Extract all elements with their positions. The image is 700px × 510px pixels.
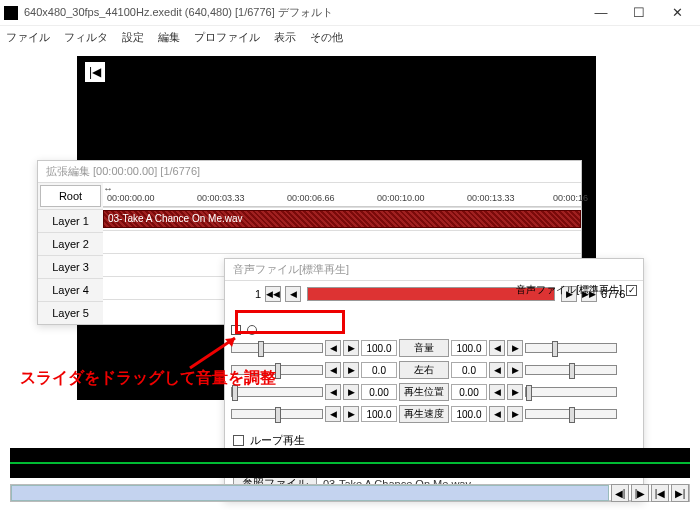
prop-label-volume[interactable]: 音量 [399, 339, 449, 357]
volume-slider-right[interactable] [525, 343, 617, 353]
current-frame: 1 [231, 288, 261, 300]
go-start-button[interactable]: |◀ [85, 62, 105, 82]
dec-button[interactable]: ◀ [489, 362, 505, 378]
root-button[interactable]: Root [40, 185, 101, 207]
inc-button[interactable]: ▶ [507, 406, 523, 422]
ruler-tick: 00:00:06.66 [287, 193, 335, 203]
speed-value-left[interactable]: 100.0 [361, 406, 397, 422]
dec-button[interactable]: ◀ [325, 406, 341, 422]
pan-value-right[interactable]: 0.0 [451, 362, 487, 378]
section-header: 音声ファイル[標準再生] ✓ [516, 283, 637, 297]
layer-label[interactable]: Layer 3 [38, 255, 103, 278]
timeline-ruler[interactable]: ↔ 00:00:00.00 00:00:03.33 00:00:06.66 00… [103, 183, 581, 207]
pos-value-left[interactable]: 0.00 [361, 384, 397, 400]
seek-start-button[interactable]: ◀◀ [265, 286, 281, 302]
speed-slider-right[interactable] [525, 409, 617, 419]
app-icon [4, 6, 18, 20]
go-end-button[interactable]: ▶| [671, 484, 689, 502]
inc-button[interactable]: ▶ [343, 362, 359, 378]
speed-slider-left[interactable] [231, 409, 323, 419]
waveform-strip[interactable] [10, 448, 690, 478]
section-enable-checkbox[interactable]: ✓ [626, 285, 637, 296]
minimize-button[interactable]: — [582, 0, 620, 26]
layer-label[interactable]: Layer 4 [38, 278, 103, 301]
layer-label[interactable]: Layer 2 [38, 232, 103, 255]
dec-button[interactable]: ◀ [325, 384, 341, 400]
pos-value-right[interactable]: 0.00 [451, 384, 487, 400]
dec-button[interactable]: ◀ [489, 406, 505, 422]
seek-prev-button[interactable]: ◀ [285, 286, 301, 302]
inc-button[interactable]: ▶ [343, 406, 359, 422]
inc-button[interactable]: ▶ [343, 340, 359, 356]
speed-value-right[interactable]: 100.0 [451, 406, 487, 422]
window-title: 640x480_30fps_44100Hz.exedit (640,480) [… [24, 5, 582, 20]
inc-button[interactable]: ▶ [343, 384, 359, 400]
pan-slider-right[interactable] [525, 365, 617, 375]
inc-button[interactable]: ▶ [507, 362, 523, 378]
ruler-tick: 00:00:03.33 [197, 193, 245, 203]
audio-clip[interactable]: 03-Take A Chance On Me.wav [103, 210, 581, 228]
inc-button[interactable]: ▶ [507, 384, 523, 400]
ruler-tick: 00:00:10.00 [377, 193, 425, 203]
menubar: ファイル フィルタ 設定 編集 プロファイル 表示 その他 [0, 26, 700, 48]
volume-value-left[interactable]: 100.0 [361, 340, 397, 356]
prop-row-volume: ◀ ▶ 100.0 音量 100.0 ◀ ▶ [231, 337, 637, 359]
pan-value-left[interactable]: 0.0 [361, 362, 397, 378]
prop-row-pos: ◀ ▶ 0.00 再生位置 0.00 ◀ ▶ [231, 381, 637, 403]
audio-panel-title[interactable]: 音声ファイル[標準再生] [225, 259, 643, 281]
dec-button[interactable]: ◀ [325, 340, 341, 356]
scrollbar[interactable] [11, 485, 609, 501]
menu-filter[interactable]: フィルタ [64, 30, 108, 45]
track-row[interactable]: 03-Take A Chance On Me.wav [103, 207, 581, 230]
bottom-area: ◀| |▶ |◀ ▶| [10, 448, 690, 502]
dec-button[interactable]: ◀ [489, 384, 505, 400]
track-row[interactable] [103, 230, 581, 253]
annotation-text: スライダをドラッグして音量を調整 [20, 368, 276, 389]
prop-label-speed[interactable]: 再生速度 [399, 405, 449, 423]
go-start-button[interactable]: |◀ [651, 484, 669, 502]
transport-row: ◀| |▶ |◀ ▶| [10, 484, 690, 502]
section-label: 音声ファイル[標準再生] [516, 283, 622, 297]
prop-label-pos[interactable]: 再生位置 [399, 383, 449, 401]
menu-settings[interactable]: 設定 [122, 30, 144, 45]
dec-button[interactable]: ◀ [489, 340, 505, 356]
close-button[interactable]: ✕ [658, 0, 696, 26]
ruler-tick: 00:00:13.33 [467, 193, 515, 203]
menu-edit[interactable]: 編集 [158, 30, 180, 45]
timeline-left-col: Root Layer 1 Layer 2 Layer 3 Layer 4 Lay… [38, 183, 103, 324]
prop-row-pan: ◀ ▶ 0.0 左右 0.0 ◀ ▶ [231, 359, 637, 381]
loop-checkbox[interactable] [233, 435, 244, 446]
annotation-highlight [235, 310, 345, 334]
pos-slider-right[interactable] [525, 387, 617, 397]
timeline-title[interactable]: 拡張編集 [00:00:00.00] [1/6776] [38, 161, 581, 183]
menu-profile[interactable]: プロファイル [194, 30, 260, 45]
menu-other[interactable]: その他 [310, 30, 343, 45]
menu-view[interactable]: 表示 [274, 30, 296, 45]
layer-label[interactable]: Layer 1 [38, 209, 103, 232]
prop-row-speed: ◀ ▶ 100.0 再生速度 100.0 ◀ ▶ [231, 403, 637, 425]
titlebar: 640x480_30fps_44100Hz.exedit (640,480) [… [0, 0, 700, 26]
prop-label-pan[interactable]: 左右 [399, 361, 449, 379]
ruler-tick: 00:00:16 [553, 193, 588, 203]
loop-label: ループ再生 [250, 433, 305, 448]
maximize-button[interactable]: ☐ [620, 0, 658, 26]
dec-button[interactable]: ◀ [325, 362, 341, 378]
prev-frame-button[interactable]: ◀| [611, 484, 629, 502]
inc-button[interactable]: ▶ [507, 340, 523, 356]
layer-label[interactable]: Layer 5 [38, 301, 103, 324]
ruler-tick: 00:00:00.00 [107, 193, 155, 203]
next-frame-button[interactable]: |▶ [631, 484, 649, 502]
volume-value-right[interactable]: 100.0 [451, 340, 487, 356]
annotation-arrow-icon [185, 333, 245, 373]
menu-file[interactable]: ファイル [6, 30, 50, 45]
